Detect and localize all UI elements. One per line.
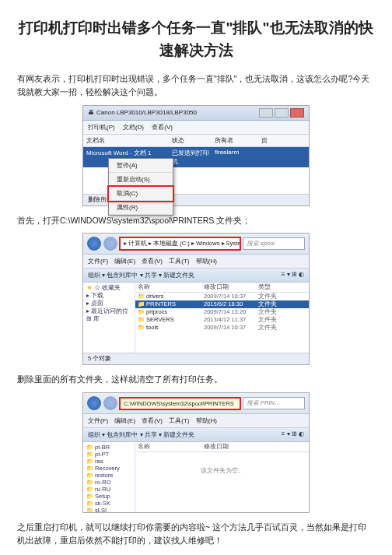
explorer-menu-bar: 文件(F) 编辑(E) 查看(V) 工具(T) 帮助(H) [83, 414, 309, 428]
sidebar-item[interactable]: 📁 pt-PT [86, 451, 135, 458]
menu-file[interactable]: 文件(F) [88, 258, 108, 265]
step1-text: 首先，打开C:\WINDOWS\system32\spool\PRINTERS … [17, 214, 375, 227]
col-date: 修改日期 [204, 443, 258, 451]
sidebar-item[interactable]: 📁 Setup [86, 493, 135, 500]
empty-folder-text: 该文件夹为空。 [135, 452, 309, 475]
search-input[interactable]: 搜索 PRIN… [243, 397, 305, 409]
toolbar-right[interactable]: ≡ ▾ ⊞ ◐ [282, 271, 304, 279]
step3-text: 之后重启打印机，就可以继续打印你需要的内容啦~ 这个方法几乎百试百灵，当然如果是… [17, 521, 375, 547]
explorer-sidebar: ★ ☆ 收藏夹 ▸ 下载 ▸ 桌面 ▸ 最近访问的位 ⊞ 库 [83, 283, 135, 353]
col-type: 类型 [258, 283, 289, 291]
col-name: 名称 [138, 283, 204, 291]
search-input[interactable]: 搜索 spool [243, 237, 305, 250]
file-list: 名称 修改日期 该文件夹为空。 [135, 442, 309, 512]
menu-help[interactable]: 帮助(H) [196, 417, 217, 424]
table-row[interactable]: 📁drivers2009/7/14 10:37文件夹 [135, 293, 309, 300]
nav-forward-button[interactable] [103, 237, 117, 251]
ctx-properties[interactable]: 属性(R) [109, 201, 173, 215]
menu-file[interactable]: 文件(F) [88, 417, 108, 424]
sidebar-item[interactable]: 📁 restore [86, 472, 135, 479]
context-menu: 暂停(A) 重新启动(S) 取消(C) 属性(R) [108, 158, 173, 216]
sidebar-item[interactable]: ▸ 最近访问的位 [86, 307, 135, 315]
ctx-restart[interactable]: 重新启动(S) [109, 173, 173, 187]
job-status: 已发送到打印机 [172, 149, 215, 166]
sidebar-item[interactable]: 📁 ras [86, 458, 135, 465]
nav-back-button[interactable] [87, 237, 101, 251]
menu-edit[interactable]: 编辑(E) [114, 417, 135, 424]
sidebar-item[interactable]: 📁 ro-RO [86, 479, 135, 486]
menu-view[interactable]: 查看(V) [142, 417, 163, 424]
address-bar[interactable]: ▸ 计算机 ▸ 本地磁盘 (C:) ▸ Windows ▸ System32 ▸… [120, 237, 240, 250]
menu-view[interactable]: 查看(V) [142, 258, 163, 265]
menu-help[interactable]: 帮助(H) [196, 258, 217, 265]
col-name: 名称 [138, 443, 204, 451]
explorer-toolbar: 组织 ▾ 包含到库中 ▾ 共享 ▾ 新建文件夹 ≡ ▾ ⊞ ◐ [83, 269, 309, 283]
explorer-menu-bar: 文件(F) 编辑(E) 查看(V) 工具(T) 帮助(H) [83, 255, 309, 269]
col-date: 修改日期 [204, 283, 258, 291]
maximize-button[interactable] [275, 108, 289, 118]
explorer-toolbar: 组织 ▾ 包含到库中 ▾ 共享 ▾ 新建文件夹 ≡ ▾ ⊞ ◐ [83, 428, 309, 442]
window-controls [259, 108, 304, 118]
table-row[interactable]: 📁SERVERS2013/4/12 11:37文件夹 [135, 316, 309, 324]
menu-edit[interactable]: 编辑(E) [114, 258, 135, 265]
file-list: 名称 修改日期 类型 📁drivers2009/7/14 10:37文件夹📁PR… [135, 283, 309, 353]
sidebar-item[interactable]: 📁 sk-SK [86, 500, 135, 507]
col-name: 文档名 [86, 136, 172, 145]
figure-explorer-printers: C:\WINDOWS\system32\spool\PRINTERS 搜索 PR… [82, 392, 310, 513]
sidebar-item[interactable]: 📁 pt-BR [86, 444, 135, 451]
intro-paragraph: 有网友表示，打印机打印时出现错误，多个任务一直"排队"，也无法取消，这该怎么办呢… [17, 72, 375, 99]
address-bar[interactable]: C:\WINDOWS\system32\spool\PRINTERS [120, 398, 240, 409]
sidebar-item[interactable]: 📁 Recovery [86, 465, 135, 472]
menu-tools[interactable]: 工具(T) [169, 258, 189, 265]
figure-print-queue: 🖶 Canon LBP3010/LBP3018/LBP3050 打印机(P) 文… [82, 105, 310, 206]
table-row[interactable]: 📁PRINTERS2015/6/2 18:30文件夹 [135, 300, 309, 308]
close-button[interactable] [290, 108, 304, 118]
sidebar-item[interactable]: 📁 ru-RU [86, 486, 135, 493]
sidebar-item[interactable]: ★ ☆ 收藏夹 [86, 284, 135, 292]
status-bar: 5 个对象 [83, 353, 309, 364]
menu-printer[interactable]: 打印机(P) [88, 124, 115, 131]
col-owner: 所有者 [215, 136, 261, 145]
page-title: 打印机打印时出错多个任务一直"排队"也无法取消的快速解决方法 [17, 17, 375, 61]
toolbar-right[interactable]: ≡ ▾ ⊞ ◐ [282, 430, 304, 439]
ctx-pause[interactable]: 暂停(A) [109, 159, 173, 173]
col-status: 状态 [172, 136, 215, 145]
ctx-cancel[interactable]: 取消(C) [109, 187, 173, 201]
nav-back-button[interactable] [87, 396, 101, 410]
table-row[interactable]: 📁prtprocs2009/7/14 13:20文件夹 [135, 308, 309, 316]
minimize-button[interactable] [259, 108, 273, 118]
sidebar-item[interactable]: 📁 sl-SI [86, 507, 135, 512]
col-pages: 页 [261, 136, 292, 145]
window-titlebar: 🖶 Canon LBP3010/LBP3018/LBP3050 [83, 106, 309, 121]
sidebar-item[interactable]: ⊞ 库 [86, 315, 135, 323]
printer-icon: 🖶 [88, 109, 94, 116]
toolbar-left[interactable]: 组织 ▾ 包含到库中 ▾ 共享 ▾ 新建文件夹 [88, 271, 194, 279]
menu-tools[interactable]: 工具(T) [169, 417, 189, 424]
table-header: 文档名 状态 所有者 页 [83, 135, 309, 147]
sidebar-item[interactable]: ▸ 下载 [86, 292, 135, 300]
figure-explorer-spool: ▸ 计算机 ▸ 本地磁盘 (C:) ▸ Windows ▸ System32 ▸… [82, 233, 310, 365]
toolbar-left[interactable]: 组织 ▾ 包含到库中 ▾ 共享 ▾ 新建文件夹 [88, 430, 194, 439]
table-row[interactable]: 📁tools2009/7/14 10:37文件夹 [135, 324, 309, 332]
window-title: Canon LBP3010/LBP3018/LBP3050 [96, 109, 197, 116]
step2-text: 删除里面的所有文件夹，这样就清空了所有打印任务。 [17, 373, 375, 386]
menu-document[interactable]: 文档(D) [123, 124, 144, 131]
menu-view[interactable]: 查看(V) [152, 124, 173, 131]
explorer-sidebar: 📁 pt-BR📁 pt-PT📁 ras📁 Recovery📁 restore📁 … [83, 442, 135, 512]
nav-forward-button[interactable] [103, 396, 117, 410]
sidebar-item[interactable]: ▸ 桌面 [86, 300, 135, 307]
menu-bar: 打印机(P) 文档(D) 查看(V) [83, 121, 309, 135]
job-owner: firealarm [215, 149, 261, 166]
